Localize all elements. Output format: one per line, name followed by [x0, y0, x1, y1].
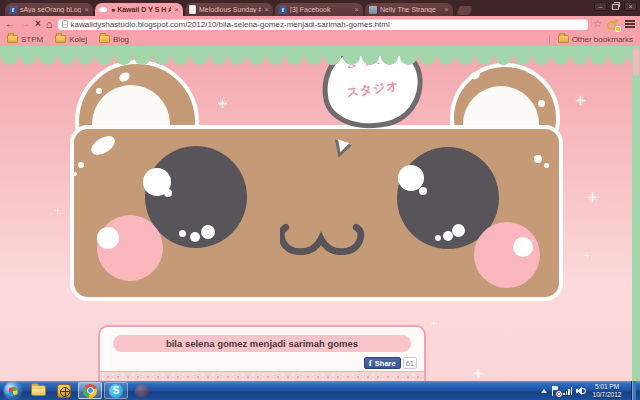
- face-dot: [73, 172, 77, 176]
- tray-expand-icon[interactable]: [541, 389, 547, 393]
- alert-badge-icon: [556, 391, 562, 397]
- face-dot: [544, 163, 549, 168]
- faded-circle-icon: [135, 384, 149, 398]
- ear-highlight: [469, 70, 481, 81]
- tab-title: Melodious Sunday #20: Ha: [199, 6, 261, 13]
- bookmark-label: Other bookmarks: [572, 35, 633, 44]
- eye-highlight: [201, 225, 215, 239]
- page-viewport: ダイシャ スタジオ bila selena gomez menjadi sari…: [0, 46, 640, 381]
- sparkle-icon: [576, 96, 585, 105]
- clock[interactable]: 5:01 PM 10/7/2012: [590, 383, 624, 399]
- skype-icon: S: [109, 384, 123, 398]
- bookmark-folder-stpm[interactable]: STPM: [7, 35, 43, 44]
- eye-highlight: [179, 230, 186, 237]
- tab-close-icon[interactable]: ×: [84, 6, 89, 14]
- folder-icon: [7, 35, 18, 43]
- cheek-highlight: [513, 237, 533, 257]
- extension-key-icon[interactable]: [607, 18, 620, 31]
- lace-border: [100, 371, 424, 381]
- desktop-screen: f sAya seOrang bLoggEr × ● Kawaii D Y S …: [0, 0, 640, 400]
- chrome-app-button[interactable]: [78, 382, 102, 399]
- skype-app-button[interactable]: S: [104, 382, 128, 399]
- menu-icon[interactable]: [625, 20, 635, 28]
- eye-highlight: [164, 189, 172, 197]
- browser-toolbar: ← → × ⌂ kawaiidyshastudio.blogspot.com/2…: [0, 16, 640, 32]
- sparkle-icon: [218, 99, 227, 108]
- tab-close-icon[interactable]: ×: [444, 6, 449, 14]
- home-button[interactable]: ⌂: [46, 19, 53, 29]
- browser-titlebar: f sAya seOrang bLoggEr × ● Kawaii D Y S …: [0, 0, 640, 16]
- new-tab-button[interactable]: [457, 6, 473, 15]
- eye-highlight: [452, 224, 465, 237]
- facebook-share-button[interactable]: f Share: [364, 357, 401, 369]
- taskbar: S 5:01 PM 10/7/2012: [0, 381, 640, 400]
- bird-favicon-icon: [99, 6, 108, 13]
- bookmark-folder-kolej[interactable]: Kolej: [55, 35, 87, 44]
- restore-icon: [612, 4, 619, 10]
- eye-highlight: [419, 187, 427, 195]
- sparkle-icon: [474, 369, 483, 378]
- scrollbar-track[interactable]: [632, 46, 640, 381]
- minimize-button[interactable]: –: [594, 2, 607, 11]
- ear-highlight: [118, 71, 132, 83]
- explorer-app-button[interactable]: [26, 382, 50, 399]
- folder-explorer-icon: [31, 385, 46, 396]
- clock-date: 10/7/2012: [590, 391, 624, 399]
- address-bar[interactable]: kawaiidyshastudio.blogspot.com/2012/10/b…: [58, 19, 589, 30]
- action-center-flag-icon[interactable]: [551, 386, 559, 396]
- facebook-favicon-icon: f: [279, 6, 287, 14]
- tab-close-icon[interactable]: ×: [264, 6, 269, 14]
- sparkle-icon: [55, 208, 60, 213]
- tab-nelly-the-strange[interactable]: Nelly The Strange ×: [365, 3, 453, 16]
- folder-icon: [99, 35, 110, 43]
- face-highlight: [88, 132, 118, 158]
- tab-close-icon[interactable]: ×: [174, 6, 179, 14]
- page-icon: [62, 20, 68, 28]
- post-card: bila selena gomez menjadi sarimah gomes …: [98, 325, 426, 381]
- folder-icon: [55, 35, 66, 43]
- key-badge: [615, 26, 621, 32]
- post-title: bila selena gomez menjadi sarimah gomes: [166, 338, 358, 349]
- restore-button[interactable]: [609, 2, 622, 11]
- tab-kawaii-dysha-active[interactable]: ● Kawaii D Y S H A ● b ×: [95, 3, 183, 16]
- face-dot: [78, 162, 84, 168]
- cheek-right: [474, 222, 540, 288]
- start-button[interactable]: [4, 382, 21, 399]
- tab-saya-seorang-blogger[interactable]: f sAya seOrang bLoggEr ×: [5, 3, 93, 16]
- cheek-left: [97, 215, 163, 281]
- back-button[interactable]: ←: [5, 19, 15, 29]
- globe-gold-icon: [57, 384, 71, 398]
- facebook-favicon-icon: f: [9, 6, 17, 14]
- bookmark-label: STPM: [21, 35, 43, 44]
- forward-button[interactable]: →: [20, 19, 30, 29]
- close-window-button[interactable]: ×: [624, 2, 637, 11]
- chrome-icon: [83, 384, 97, 398]
- tab-title: sAya seOrang bLoggEr: [20, 6, 81, 13]
- ear-highlight: [96, 88, 102, 94]
- stop-button[interactable]: ×: [35, 19, 41, 29]
- kawaii-face: [70, 125, 563, 301]
- bookmark-folder-blog[interactable]: Blog: [99, 35, 129, 44]
- show-desktop-button[interactable]: [631, 381, 636, 400]
- network-signal-icon[interactable]: [563, 387, 572, 395]
- clock-time: 5:01 PM: [590, 383, 624, 391]
- tab-strip: f sAya seOrang bLoggEr × ● Kawaii D Y S …: [5, 2, 471, 16]
- inactive-app-button[interactable]: [130, 382, 154, 399]
- speech-bubble-text: スタジオ: [327, 75, 419, 104]
- volume-icon[interactable]: [576, 386, 586, 396]
- post-title-pill: bila selena gomez menjadi sarimah gomes: [113, 335, 411, 352]
- tab-title: ● Kawaii D Y S H A ● b: [111, 6, 171, 13]
- sparkle-icon: [588, 193, 597, 202]
- bookmark-label: Kolej: [69, 35, 87, 44]
- other-bookmarks-button[interactable]: Other bookmarks: [549, 35, 633, 44]
- mouth-icon: [280, 223, 366, 255]
- bookmark-star-icon[interactable]: ☆: [593, 19, 602, 29]
- face-dot: [534, 155, 542, 163]
- tab-close-icon[interactable]: ×: [354, 6, 359, 14]
- scrollbar-thumb[interactable]: [633, 48, 639, 76]
- globe-app-button[interactable]: [52, 382, 76, 399]
- share-count[interactable]: 61: [403, 357, 417, 369]
- document-favicon-icon: [189, 5, 196, 14]
- tab-melodious-sunday[interactable]: Melodious Sunday #20: Ha ×: [185, 3, 273, 16]
- tab-facebook[interactable]: f [3] Facebook ×: [275, 3, 363, 16]
